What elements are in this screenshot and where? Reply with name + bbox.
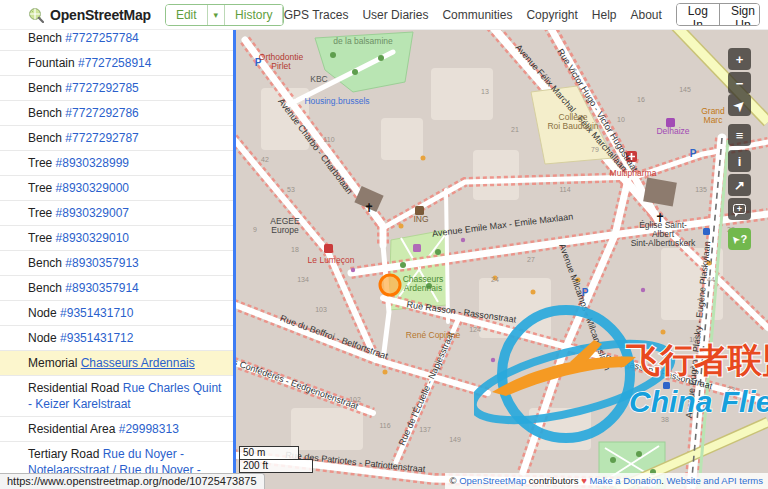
layers-icon: ≡	[736, 129, 744, 142]
house-number: 145	[679, 86, 691, 93]
feature-type: Tree	[28, 181, 56, 195]
poi-label: Delhaize	[656, 126, 689, 136]
house-number: 116	[379, 422, 390, 429]
poi-label: Multipharma	[610, 168, 657, 178]
house-number: 42	[261, 156, 269, 163]
feature-row[interactable]: Memorial Chasseurs Ardennais	[0, 351, 233, 376]
locate-button[interactable]: ➤	[728, 94, 751, 116]
nav-link-gps-traces[interactable]: GPS Traces	[284, 8, 349, 22]
feature-row[interactable]: Bench #7727292787	[0, 126, 233, 151]
zoom-in-button[interactable]: +	[728, 48, 751, 70]
feature-row[interactable]: Bench #8930357913	[0, 251, 233, 276]
feature-row[interactable]: Node #9351431710	[0, 301, 233, 326]
house-number: 79	[591, 146, 599, 153]
poi-label: AEGEEEurope	[270, 216, 300, 235]
feature-row[interactable]: Bench #7727257784	[0, 30, 233, 51]
feature-list: Bench #7727257784Fountain #7727258914Ben…	[0, 30, 233, 489]
feature-link[interactable]: #8930357914	[65, 281, 138, 295]
feature-link[interactable]: #7727258914	[78, 56, 151, 70]
feature-type: Residential Area	[28, 422, 119, 436]
donate-link[interactable]: Make a Donation	[589, 475, 661, 486]
share-button[interactable]: ↗	[728, 174, 751, 196]
feature-row[interactable]: Residential Area #29998313	[0, 417, 233, 442]
feature-type: Tertiary Road	[28, 447, 103, 461]
feature-row[interactable]: Tree #8930329010	[0, 226, 233, 251]
feature-row[interactable]: Fountain #7727258914	[0, 51, 233, 76]
house-number: 114	[559, 186, 570, 193]
map-canvas[interactable]: ✝ ✝ P P P	[233, 30, 768, 489]
edit-dropdown-caret[interactable]: ▾	[207, 5, 225, 25]
feature-link[interactable]: #9351431712	[60, 331, 133, 345]
house-number: 102	[349, 396, 361, 403]
osm-brand[interactable]: OpenStreetMap	[28, 7, 151, 23]
poi-label: ING	[413, 214, 428, 224]
edit-button[interactable]: Edit	[166, 5, 207, 25]
history-button[interactable]: History	[224, 5, 282, 25]
feature-link[interactable]: #8930329000	[56, 181, 129, 195]
nav-link-communities[interactable]: Communities	[442, 8, 512, 22]
sidebar-map-divider	[233, 30, 236, 489]
house-number: 107	[689, 336, 701, 343]
terms-link[interactable]: Website and API terms	[667, 475, 763, 486]
house-number: 27	[527, 256, 535, 263]
feature-type: Memorial	[28, 356, 81, 370]
feature-link[interactable]: #9351431710	[60, 306, 133, 320]
feature-link[interactable]: #8930328999	[56, 156, 129, 170]
feature-link[interactable]: #7727257784	[65, 31, 138, 45]
feature-link[interactable]: #8930357913	[65, 256, 138, 270]
house-number: 9	[253, 226, 257, 233]
feature-row[interactable]: Tree #8930329000	[0, 176, 233, 201]
query-result-marker[interactable]	[380, 275, 400, 295]
feature-link[interactable]: #8930329007	[56, 206, 129, 220]
house-number: 124	[469, 326, 481, 333]
feature-row[interactable]: Bench #7727292786	[0, 101, 233, 126]
nav-link-copyright[interactable]: Copyright	[526, 8, 577, 22]
feature-row[interactable]: Bench #8930357914	[0, 276, 233, 301]
feature-type: Tree	[28, 206, 56, 220]
header-nav-links: GPS TracesUser DiariesCommunitiesCopyrig…	[284, 8, 662, 22]
add-note-button[interactable]: +	[728, 198, 751, 220]
query-features-button[interactable]: ➤?	[728, 228, 751, 250]
feature-row[interactable]: Node #9351431712	[0, 326, 233, 351]
note-bubble-icon: +	[733, 204, 746, 214]
scale-metric: 50 m	[239, 446, 299, 460]
poi-label: KBC	[310, 74, 327, 84]
feature-type: Tree	[28, 156, 56, 170]
feature-row[interactable]: Tree #8930328999	[0, 151, 233, 176]
feature-type: Bench	[28, 81, 65, 95]
nav-link-help[interactable]: Help	[592, 8, 617, 22]
feature-type: Bench	[28, 256, 65, 270]
feature-row[interactable]: Residential Road Rue Charles Quint - Kei…	[0, 376, 233, 417]
login-button[interactable]: Log In	[677, 4, 719, 25]
map-attribution: © OpenStreetMap contributors ♥ Make a Do…	[445, 473, 768, 489]
feature-link[interactable]: #29998313	[119, 422, 179, 436]
osm-attribution-link[interactable]: OpenStreetMap	[459, 475, 526, 486]
feature-link[interactable]: #8930329010	[56, 231, 129, 245]
eglise-saint-albert-building	[643, 178, 677, 207]
nav-link-about[interactable]: About	[631, 8, 662, 22]
restaurant-icon	[324, 244, 333, 253]
feature-type: Tree	[28, 231, 56, 245]
church-cross-icon: ✝	[364, 201, 374, 215]
brand-title: OpenStreetMap	[50, 7, 151, 23]
house-number: 110	[323, 136, 334, 143]
feature-link[interactable]: #7727292785	[65, 81, 138, 95]
feature-row[interactable]: Bench #7727292785	[0, 76, 233, 101]
feature-link[interactable]: #7727292787	[65, 131, 138, 145]
contributors-text: contributors	[526, 475, 581, 486]
layers-button[interactable]: ≡	[728, 124, 751, 146]
signup-button[interactable]: Sign Up	[719, 4, 760, 25]
feature-link[interactable]: #7727292786	[65, 106, 138, 120]
zoom-out-button[interactable]: −	[728, 72, 751, 94]
poi-label: Le Lumeçon	[308, 255, 355, 265]
info-button[interactable]: i	[728, 150, 751, 172]
house-number: 10	[617, 116, 625, 123]
share-icon: ↗	[734, 179, 745, 192]
feature-link[interactable]: Chasseurs Ardennais	[81, 356, 195, 370]
house-number: 149	[449, 436, 461, 443]
map-controls: +−➤≡i↗+➤?	[728, 48, 751, 250]
nav-link-user-diaries[interactable]: User Diaries	[362, 8, 428, 22]
house-number: 38	[661, 416, 669, 423]
feature-row[interactable]: Tree #8930329007	[0, 201, 233, 226]
map-viewport[interactable]: ✝ ✝ P P P	[233, 30, 768, 489]
